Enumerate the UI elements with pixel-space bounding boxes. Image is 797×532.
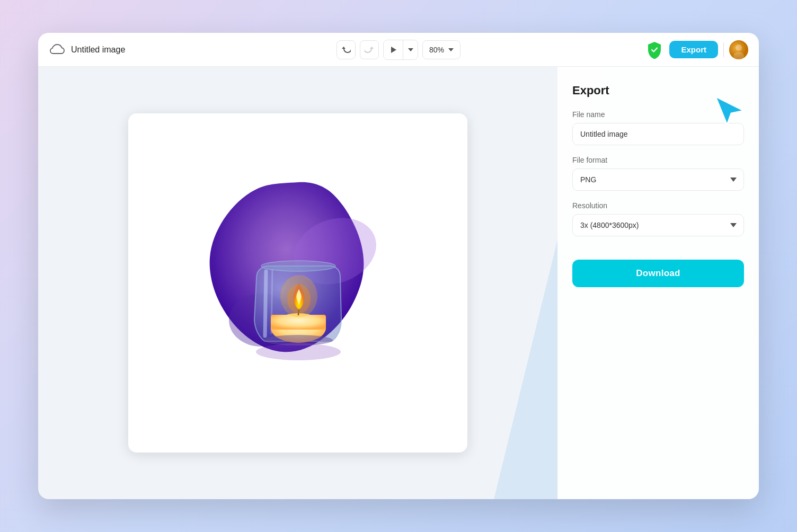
resolution-group: Resolution 1x (1600*1200px) 2x (3200*240…	[572, 201, 744, 236]
undo-button[interactable]	[336, 40, 356, 59]
user-avatar[interactable]	[729, 40, 748, 59]
preview-button[interactable]	[383, 40, 418, 60]
candle-illustration	[187, 172, 409, 394]
shield-button[interactable]	[645, 40, 664, 59]
canvas-card	[128, 113, 467, 453]
app-window: Untitled image	[38, 33, 759, 499]
svg-point-15	[256, 343, 341, 360]
file-format-label: File format	[572, 156, 744, 164]
file-format-group: File format PNG JPG SVG PDF	[572, 156, 744, 191]
canvas-area[interactable]	[38, 67, 557, 499]
download-button[interactable]: Download	[572, 260, 744, 287]
redo-button[interactable]	[360, 40, 379, 59]
header-divider	[723, 42, 724, 57]
header: Untitled image	[38, 33, 759, 67]
document-title: Untitled image	[71, 45, 125, 55]
header-right: Export	[645, 40, 748, 59]
file-format-select-wrapper: PNG JPG SVG PDF	[572, 169, 744, 191]
zoom-control[interactable]: 80%	[422, 40, 461, 59]
export-button[interactable]: Export	[669, 41, 718, 58]
cloud-icon	[49, 41, 66, 58]
main-content: Export File name File format PNG JPG SVG…	[38, 67, 759, 499]
svg-point-2	[736, 45, 742, 51]
resolution-label: Resolution	[572, 201, 744, 210]
export-panel: Export File name File format PNG JPG SVG…	[557, 67, 759, 499]
file-format-select[interactable]: PNG JPG SVG PDF	[572, 169, 744, 191]
panel-title: Export	[572, 84, 744, 97]
play-icon	[384, 40, 403, 59]
resolution-select[interactable]: 1x (1600*1200px) 2x (3200*2400px) 3x (48…	[572, 214, 744, 236]
file-name-group: File name	[572, 110, 744, 145]
file-name-input[interactable]	[572, 123, 744, 145]
preview-dropdown-arrow[interactable]	[403, 40, 418, 59]
toolbar: 80%	[336, 40, 461, 60]
svg-point-13	[261, 261, 335, 271]
svg-line-6	[265, 271, 266, 336]
zoom-value: 80%	[429, 46, 444, 54]
svg-marker-0	[391, 47, 396, 53]
file-name-label: File name	[572, 110, 744, 119]
resolution-select-wrapper: 1x (1600*1200px) 2x (3200*2400px) 3x (48…	[572, 214, 744, 236]
